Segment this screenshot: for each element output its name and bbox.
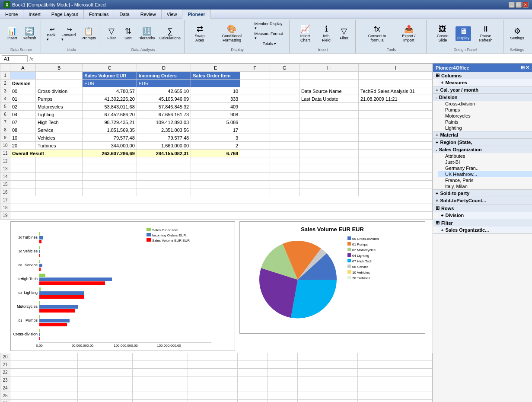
cell-a3[interactable]: 00 [10, 87, 35, 95]
cell-e8[interactable]: 17 [191, 126, 240, 134]
cell-d6[interactable]: 67.656.161,73 [137, 111, 191, 118]
cell-g11[interactable] [270, 150, 299, 157]
cell-f9[interactable] [240, 134, 270, 142]
cell-a11[interactable]: Overall Result [10, 150, 82, 157]
cell-h5[interactable] [299, 103, 359, 111]
cell-i4[interactable]: 21.08.2009 11:21 [358, 95, 432, 103]
conditional-formatting-button[interactable]: 🎨 Conditional Formatting [211, 24, 252, 43]
sidebar-item-germany[interactable]: Germany Fran... [438, 165, 532, 171]
info-field-button[interactable]: ℹ Info Field [317, 24, 335, 43]
cell-i7[interactable] [358, 118, 432, 126]
cell-f8[interactable] [240, 126, 270, 134]
cell-e10[interactable]: 2 [191, 142, 240, 150]
measure-format-button[interactable]: Measure Format ▾ [253, 31, 286, 41]
sidebar-item-pumps[interactable]: Pumps [438, 107, 532, 113]
sidebar-measures-header[interactable]: + Measures [438, 79, 532, 86]
display-button[interactable]: 🖥 Display [456, 26, 471, 41]
cell-h6[interactable] [299, 111, 359, 118]
cell-b3[interactable]: Cross-division [36, 87, 83, 95]
cell-d8[interactable]: 2.351.003,56 [137, 126, 191, 134]
cell-g6[interactable] [270, 111, 299, 118]
export-import-button[interactable]: 📤 Export / Import [395, 24, 423, 43]
cell-i10[interactable] [358, 142, 432, 150]
cell-d5[interactable]: 57.846.845,32 [137, 103, 191, 111]
cell-c7[interactable]: 98.729.435,21 [83, 118, 137, 126]
col-header-e[interactable]: E [191, 64, 240, 72]
cell-h2[interactable] [299, 80, 359, 87]
cell-f10[interactable] [240, 142, 270, 150]
refresh-button[interactable]: 🔄 Refresh [21, 26, 38, 41]
cell-e1[interactable]: Sales Order Item [191, 72, 240, 80]
sidebar-item-motorcycles[interactable]: Motorcycles [438, 113, 532, 119]
cell-h3[interactable]: Data Source Name [299, 87, 359, 95]
cell-b5[interactable]: Motorcycles [36, 103, 83, 111]
sidebar-item-lighting[interactable]: Lighting [438, 125, 532, 131]
sidebar-item-italy[interactable]: Italy, Milan [438, 183, 532, 189]
sidebar-filter-salesorg-header[interactable]: + Sales Organizatic... [438, 227, 532, 233]
cell-e4[interactable]: 333 [191, 95, 240, 103]
cell-d9[interactable]: 79.577,48 [137, 134, 191, 142]
sidebar-close-icon[interactable]: ✕ [526, 65, 529, 70]
cell-g4[interactable] [270, 95, 299, 103]
cell-a4[interactable]: 01 [10, 95, 35, 103]
sidebar-material-header[interactable]: + Material [433, 131, 532, 138]
cell-g8[interactable] [270, 126, 299, 134]
sidebar-item-uk[interactable]: UK Heathrow... [438, 171, 532, 177]
tab-page-layout[interactable]: Page Layout [46, 10, 84, 19]
cell-g1[interactable] [270, 72, 299, 80]
tab-formulas[interactable]: Formulas [84, 10, 115, 19]
sidebar-soldto-header[interactable]: + Sold-to party [433, 190, 532, 197]
sidebar-item-attributes[interactable]: Attributes [438, 153, 532, 159]
cell-b4[interactable]: Pumps [36, 95, 83, 103]
cell-e9[interactable]: 3 [191, 134, 240, 142]
cell-e3[interactable]: 10 [191, 87, 240, 95]
hierarchy-button[interactable]: 🔢 Hierarchy [137, 26, 157, 41]
convert-formula-button[interactable]: fx Convert to formula [360, 24, 394, 43]
cell-e7[interactable]: 5.086 [191, 118, 240, 126]
totals-button[interactable]: Totals ▾ [253, 41, 286, 46]
cell-d7[interactable]: 109.412.893,03 [137, 118, 191, 126]
cell-f7[interactable] [240, 118, 270, 126]
cell-c6[interactable]: 67.452.686,20 [83, 111, 137, 118]
col-header-f[interactable]: F [240, 64, 270, 72]
sidebar-rows-division-header[interactable]: + Division [438, 212, 532, 219]
cell-c2[interactable]: EUR [83, 80, 137, 87]
col-header-g[interactable]: G [270, 64, 299, 72]
cell-c3[interactable]: 4.780,57 [83, 87, 137, 95]
cell-a10[interactable]: 20 [10, 142, 35, 150]
cell-c11[interactable]: 263.607.286,69 [83, 150, 137, 157]
cell-a5[interactable]: 02 [10, 103, 35, 111]
cell-h7[interactable] [299, 118, 359, 126]
col-header-c[interactable]: C [83, 64, 137, 72]
cell-c10[interactable]: 344.000,00 [83, 142, 137, 150]
cell-g2[interactable] [270, 80, 299, 87]
tab-data[interactable]: Data [114, 10, 135, 19]
cell-b8[interactable]: Service [36, 126, 83, 134]
cell-c8[interactable]: 1.851.569,35 [83, 126, 137, 134]
cell-d4[interactable]: 45.105.946,09 [137, 95, 191, 103]
cell-d11[interactable]: 284.155.082,31 [137, 150, 191, 157]
prompts-button[interactable]: 📋 Prompts [80, 26, 98, 41]
cell-b10[interactable]: Turbines [36, 142, 83, 150]
cell-a9[interactable]: 10 [10, 134, 35, 142]
cell-g7[interactable] [270, 118, 299, 126]
cell-h1[interactable] [299, 72, 359, 80]
cell-g10[interactable] [270, 142, 299, 150]
cell-i8[interactable] [358, 126, 432, 134]
sidebar-item-crossdivision[interactable]: Cross-division [438, 101, 532, 107]
sidebar-salesorg-header[interactable]: - Sales Organization [433, 146, 532, 153]
back-button[interactable]: ↩ Back ▾ [45, 26, 59, 42]
member-display-button[interactable]: Member Display ▾ [253, 21, 286, 31]
cell-g5[interactable] [270, 103, 299, 111]
cell-b2[interactable] [36, 80, 83, 87]
cell-f11[interactable] [240, 150, 270, 157]
sidebar-calyear-header[interactable]: + Cal. year / month [433, 86, 532, 93]
col-header-b[interactable]: B [36, 64, 83, 72]
cell-f2[interactable] [240, 80, 270, 87]
sidebar-controls[interactable]: ⊞ ✕ [521, 65, 529, 70]
sidebar-region-header[interactable]: + Region (State, [433, 139, 532, 146]
cell-a1[interactable] [10, 72, 35, 80]
cell-i5[interactable] [358, 103, 432, 111]
tab-pioneer[interactable]: Pioneer [182, 10, 210, 19]
cell-i11[interactable] [358, 150, 432, 157]
